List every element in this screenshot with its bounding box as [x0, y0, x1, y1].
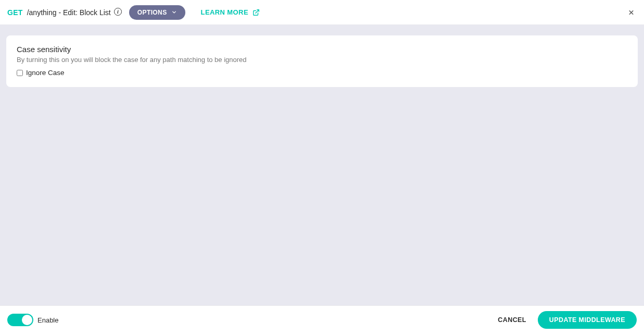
learn-more-label: LEARN MORE	[201, 8, 248, 16]
options-button[interactable]: OPTIONS	[129, 5, 185, 20]
enable-toggle-wrap: Enable	[7, 314, 58, 326]
close-icon	[628, 9, 635, 16]
external-link-icon	[252, 9, 260, 16]
ignore-case-label: Ignore Case	[26, 69, 65, 77]
enable-toggle[interactable]	[7, 314, 33, 326]
content-area: Case sensitivity By turning this on you …	[0, 25, 644, 305]
close-button[interactable]	[626, 7, 637, 18]
ignore-case-checkbox[interactable]	[17, 70, 23, 76]
chevron-down-icon	[171, 9, 177, 15]
page-footer: Enable CANCEL UPDATE MIDDLEWARE	[0, 305, 644, 334]
footer-actions: CANCEL UPDATE MIDDLEWARE	[498, 311, 637, 329]
http-method-badge: GET	[7, 8, 23, 17]
toggle-knob	[22, 315, 32, 325]
cancel-button[interactable]: CANCEL	[498, 316, 526, 324]
card-description: By turning this on you will block the ca…	[17, 56, 627, 64]
card-title: Case sensitivity	[17, 45, 627, 54]
svg-line-0	[256, 9, 259, 13]
learn-more-link[interactable]: LEARN MORE	[201, 8, 260, 16]
update-middleware-button[interactable]: UPDATE MIDDLEWARE	[538, 311, 637, 329]
case-sensitivity-card: Case sensitivity By turning this on you …	[6, 35, 638, 87]
enable-label: Enable	[37, 316, 58, 324]
page-header: GET /anything - Edit: Block List i OPTIO…	[0, 0, 644, 25]
options-button-label: OPTIONS	[137, 9, 167, 16]
info-icon[interactable]: i	[114, 8, 122, 16]
page-title: /anything - Edit: Block List	[27, 8, 111, 17]
ignore-case-row[interactable]: Ignore Case	[17, 69, 627, 77]
